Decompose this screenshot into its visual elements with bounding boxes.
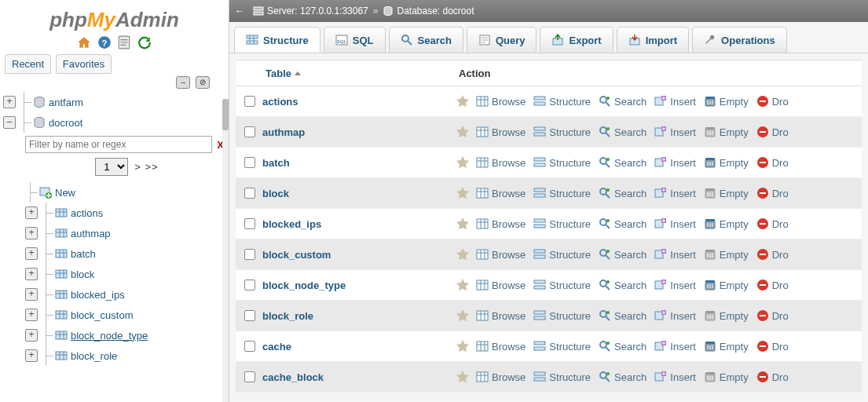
action-search[interactable]: Search <box>599 371 646 383</box>
action-empty[interactable]: Empty <box>704 279 749 291</box>
table-name-actions[interactable]: actions <box>262 96 298 108</box>
reload-icon[interactable] <box>137 35 152 49</box>
action-insert[interactable]: Insert <box>654 126 696 138</box>
action-structure[interactable]: Structure <box>533 309 591 322</box>
table-name-block_custom[interactable]: block_custom <box>262 249 331 261</box>
tree-table-block_node_type[interactable]: block_node_type <box>71 330 148 342</box>
col-table-header[interactable]: Table <box>266 68 291 79</box>
tab-import[interactable]: Import <box>617 27 689 53</box>
home-icon[interactable] <box>77 35 91 49</box>
action-empty[interactable]: Empty <box>704 95 749 108</box>
row-checkbox[interactable] <box>244 96 255 107</box>
sql-doc-icon[interactable] <box>117 35 131 49</box>
page-select[interactable]: 1 <box>95 158 128 176</box>
action-empty[interactable]: Empty <box>704 156 749 169</box>
action-search[interactable]: Search <box>599 156 646 169</box>
favorite-star-icon[interactable] <box>456 155 470 170</box>
action-browse[interactable]: Browse <box>476 156 526 169</box>
action-insert[interactable]: Insert <box>654 279 696 291</box>
table-name-batch[interactable]: batch <box>262 157 290 169</box>
action-structure[interactable]: Structure <box>533 126 591 138</box>
help-icon[interactable]: ? <box>97 35 112 49</box>
action-drop[interactable]: Dro <box>756 340 789 353</box>
action-structure[interactable]: Structure <box>533 371 591 383</box>
link-icon[interactable]: ⊘ <box>196 76 210 89</box>
crumb-db[interactable]: docroot <box>443 5 474 16</box>
tree-table-authmap[interactable]: authmap <box>71 228 111 239</box>
action-browse[interactable]: Browse <box>476 187 526 199</box>
action-search[interactable]: Search <box>599 187 646 199</box>
action-drop[interactable]: Dro <box>756 156 789 169</box>
tree-table-actions[interactable]: actions <box>71 207 103 219</box>
action-browse[interactable]: Browse <box>476 95 526 108</box>
expand-table-icon[interactable]: + <box>25 288 38 301</box>
action-empty[interactable]: Empty <box>704 187 749 199</box>
crumb-server[interactable]: 127.0.0.1:33067 <box>300 5 368 16</box>
favorite-star-icon[interactable] <box>456 370 470 384</box>
action-search[interactable]: Search <box>599 340 646 353</box>
back-icon[interactable]: ← <box>234 5 245 16</box>
favorite-star-icon[interactable] <box>456 247 470 261</box>
tab-operations[interactable]: Operations <box>692 27 787 53</box>
db-antfarm[interactable]: antfarm <box>49 97 83 108</box>
action-insert[interactable]: Insert <box>654 156 696 169</box>
action-search[interactable]: Search <box>599 248 646 261</box>
action-browse[interactable]: Browse <box>476 279 526 291</box>
action-drop[interactable]: Dro <box>756 279 789 291</box>
action-search[interactable]: Search <box>599 95 646 108</box>
favorite-star-icon[interactable] <box>456 186 470 200</box>
action-browse[interactable]: Browse <box>476 309 526 322</box>
action-drop[interactable]: Dro <box>756 217 789 230</box>
action-browse[interactable]: Browse <box>476 217 526 230</box>
action-search[interactable]: Search <box>599 217 646 230</box>
action-empty[interactable]: Empty <box>704 309 749 322</box>
tab-structure[interactable]: Structure <box>234 27 320 53</box>
row-checkbox[interactable] <box>244 126 255 137</box>
collapse-docroot-icon[interactable]: – <box>3 116 16 129</box>
db-docroot[interactable]: docroot <box>49 117 82 129</box>
action-browse[interactable]: Browse <box>476 126 526 138</box>
tree-table-batch[interactable]: batch <box>71 248 96 260</box>
action-browse[interactable]: Browse <box>476 340 526 353</box>
action-empty[interactable]: Empty <box>704 340 749 353</box>
favorite-star-icon[interactable] <box>456 309 470 323</box>
table-name-block_role[interactable]: block_role <box>262 310 313 322</box>
row-checkbox[interactable] <box>244 341 255 352</box>
action-insert[interactable]: Insert <box>654 95 696 108</box>
action-structure[interactable]: Structure <box>533 248 591 261</box>
favorite-star-icon[interactable] <box>456 217 470 231</box>
row-checkbox[interactable] <box>244 310 255 321</box>
row-checkbox[interactable] <box>244 280 255 291</box>
action-insert[interactable]: Insert <box>654 217 696 230</box>
tree-table-block_custom[interactable]: block_custom <box>71 309 133 321</box>
table-name-cache_block[interactable]: cache_block <box>262 371 324 383</box>
action-drop[interactable]: Dro <box>756 187 789 199</box>
tree-new[interactable]: New <box>55 187 75 199</box>
row-checkbox[interactable] <box>244 249 255 260</box>
tab-export[interactable]: Export <box>540 27 613 53</box>
action-structure[interactable]: Structure <box>533 95 591 108</box>
action-drop[interactable]: Dro <box>756 248 789 261</box>
action-structure[interactable]: Structure <box>533 187 591 199</box>
expand-table-icon[interactable]: + <box>25 247 38 260</box>
expand-table-icon[interactable]: + <box>25 349 38 362</box>
sort-asc-icon[interactable] <box>293 69 302 79</box>
action-drop[interactable]: Dro <box>756 371 789 383</box>
action-empty[interactable]: Empty <box>704 371 749 383</box>
logo[interactable]: phpMyAdmin <box>0 0 229 34</box>
table-name-block[interactable]: block <box>262 188 289 199</box>
page-next-button[interactable]: > >> <box>134 161 158 173</box>
action-insert[interactable]: Insert <box>654 187 696 199</box>
action-search[interactable]: Search <box>599 309 646 322</box>
action-drop[interactable]: Dro <box>756 309 789 322</box>
favorite-star-icon[interactable] <box>456 125 470 139</box>
row-checkbox[interactable] <box>244 218 255 229</box>
action-structure[interactable]: Structure <box>533 217 591 230</box>
tree-filter-input[interactable] <box>25 136 212 153</box>
action-empty[interactable]: Empty <box>704 248 749 261</box>
tab-recent[interactable]: Recent <box>5 54 51 74</box>
row-checkbox[interactable] <box>244 188 255 199</box>
action-browse[interactable]: Browse <box>476 248 526 261</box>
action-insert[interactable]: Insert <box>654 309 696 322</box>
expand-antfarm-icon[interactable]: + <box>3 96 16 108</box>
